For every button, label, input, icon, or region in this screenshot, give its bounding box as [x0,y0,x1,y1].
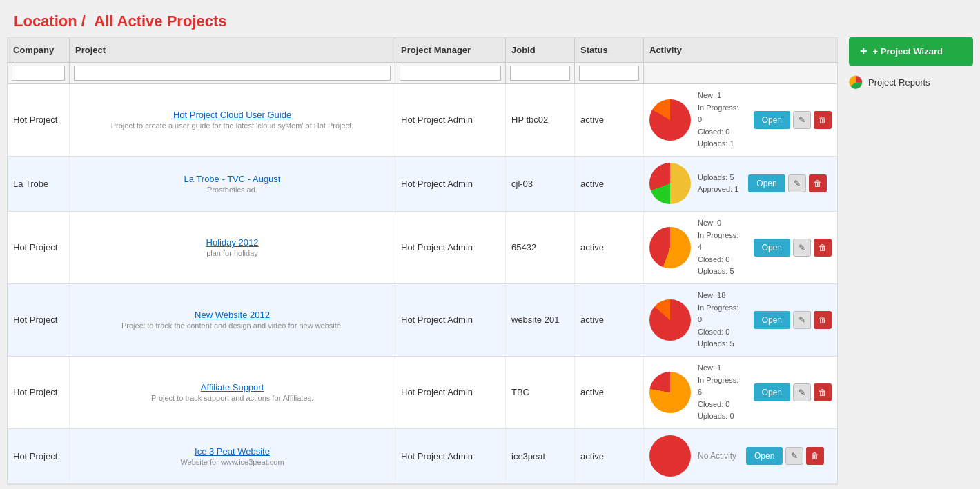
table-row: La Trobe La Trobe - TVC - August Prosthe… [8,157,837,212]
project-desc: plan for holiday [206,249,258,257]
project-cell: Hot Project Cloud User Guide Project to … [70,84,395,156]
jobid-cell: ice3peat [506,429,575,483]
project-cell: Holiday 2012 plan for holiday [70,212,395,283]
stat-line: Closed: 0 [698,126,744,139]
company-cell: Hot Project [8,84,70,156]
filter-status[interactable] [579,66,639,81]
activity-cell: New: 1In Progress: 6Closed: 0Uploads: 0 … [644,357,837,428]
project-wizard-button[interactable]: + + Project Wizard [849,37,973,66]
activity-cell: No Activity Open ✎ 🗑 [644,429,837,483]
table-row: Hot Project Ice 3 Peat Website Website f… [8,429,837,484]
edit-button[interactable]: ✎ [793,311,811,329]
delete-button[interactable]: 🗑 [814,311,832,329]
stat-line: Closed: 0 [698,399,744,411]
status-cell: active [575,157,644,211]
company-cell: La Trobe [8,157,70,211]
stat-line: Uploads: 1 [698,138,744,150]
delete-button[interactable]: 🗑 [809,174,827,192]
col-manager: Project Manager [395,38,506,62]
manager-cell: Hot Project Admin [395,357,506,428]
open-button[interactable]: Open [754,239,790,257]
col-activity: Activity [644,38,837,62]
edit-button[interactable]: ✎ [793,239,811,257]
edit-button[interactable]: ✎ [793,111,811,129]
stat-line: In Progress: 6 [698,375,744,399]
status-cell: active [575,84,644,156]
jobid-cell: cjl-03 [506,157,575,211]
stat-line: New: 1 [698,362,744,375]
filter-project[interactable] [74,66,391,81]
project-desc: Project to track the content and design … [121,321,343,330]
activity-stats: New: 18In Progress: 0Closed: 0Uploads: 5 [698,290,744,350]
open-button[interactable]: Open [754,311,790,329]
stat-line: New: 18 [698,290,744,302]
activity-stats: Uploads: 5Approved: 1 [698,172,738,196]
open-button[interactable]: Open [746,447,783,465]
filter-jobid[interactable] [510,66,570,81]
project-name[interactable]: Ice 3 Peat Website [195,446,270,457]
filter-row [8,63,837,84]
company-cell: Hot Project [8,357,70,428]
manager-cell: Hot Project Admin [395,284,506,356]
col-company: Company [8,38,70,62]
project-name[interactable]: Affiliate Support [201,382,264,392]
action-buttons: Open ✎ 🗑 [754,111,832,129]
open-button[interactable]: Open [754,383,790,401]
status-cell: active [575,357,644,428]
project-name[interactable]: Hot Project Cloud User Guide [173,110,291,120]
col-status: Status [575,38,644,62]
stat-line: Closed: 0 [698,254,744,266]
activity-cell: New: 1In Progress: 0Closed: 0Uploads: 1 … [644,84,837,156]
table-row: Hot Project Affiliate Support Project to… [8,357,837,429]
sidebar: + + Project Wizard Project Reports [849,37,973,485]
stat-line: Uploads: 5 [698,266,744,278]
stat-line: Closed: 0 [698,326,744,339]
project-reports-link[interactable]: Project Reports [849,75,973,89]
project-desc: Project to track support and actions for… [151,394,313,402]
edit-button[interactable]: ✎ [785,447,803,465]
wizard-label: + Project Wizard [873,46,943,57]
stat-line: In Progress: 0 [698,302,744,326]
activity-stats: New: 0In Progress: 4Closed: 0Uploads: 5 [698,217,744,278]
company-cell: Hot Project [8,212,70,283]
company-cell: Hot Project [8,429,70,483]
delete-button[interactable]: 🗑 [814,239,832,257]
filter-company[interactable] [12,66,65,81]
project-name[interactable]: La Trobe - TVC - August [184,174,281,184]
activity-chart [649,163,691,204]
company-cell: Hot Project [8,284,70,356]
page-header: Location / All Active Projects [0,0,980,37]
activity-chart [649,372,691,413]
delete-button[interactable]: 🗑 [814,383,832,401]
action-buttons: Open ✎ 🗑 [746,447,824,465]
filter-manager[interactable] [400,66,501,81]
project-cell: La Trobe - TVC - August Prosthetics ad. [70,157,395,211]
col-jobid: JobId [506,38,575,62]
action-buttons: Open ✎ 🗑 [754,311,832,329]
delete-button[interactable]: 🗑 [814,111,832,129]
jobid-cell: website 201 [506,284,575,356]
project-name[interactable]: Holiday 2012 [206,237,259,248]
activity-cell: Uploads: 5Approved: 1 Open ✎ 🗑 [644,157,837,211]
project-desc: Website for www.ice3peat.com [180,458,284,466]
delete-button[interactable]: 🗑 [806,447,824,465]
project-desc: Prosthetics ad. [207,186,257,194]
action-buttons: Open ✎ 🗑 [748,174,826,192]
project-name[interactable]: New Website 2012 [195,310,270,320]
open-button[interactable]: Open [748,174,785,192]
activity-cell: New: 0In Progress: 4Closed: 0Uploads: 5 … [644,212,837,283]
project-cell: New Website 2012 Project to track the co… [70,284,395,356]
main-layout: Company Project Project Manager JobId St… [0,37,980,485]
edit-button[interactable]: ✎ [788,174,806,192]
jobid-cell: HP tbc02 [506,84,575,156]
manager-cell: Hot Project Admin [395,429,506,483]
manager-cell: Hot Project Admin [395,84,506,156]
open-button[interactable]: Open [754,111,790,129]
edit-button[interactable]: ✎ [793,383,811,401]
activity-stats: New: 1In Progress: 0Closed: 0Uploads: 1 [698,90,744,150]
project-cell: Ice 3 Peat Website Website for www.ice3p… [70,429,395,483]
stat-line: Uploads: 0 [698,410,744,423]
activity-chart [649,227,691,268]
manager-cell: Hot Project Admin [395,212,506,283]
reports-label: Project Reports [868,77,930,88]
